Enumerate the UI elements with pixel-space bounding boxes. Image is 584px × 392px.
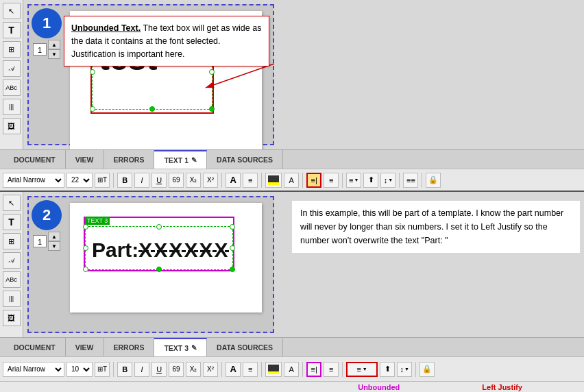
bold-btn-top[interactable]: B xyxy=(117,173,132,188)
page-control-top: 1 ▲ ▼ xyxy=(33,40,60,59)
tab-text3-bottom[interactable]: TEXT 3 ✎ xyxy=(154,338,207,356)
sep6-top xyxy=(399,173,400,188)
tab-datasources-bottom[interactable]: DATA SOURCES xyxy=(207,338,283,356)
font-size-select-bottom[interactable]: 10 xyxy=(66,362,93,377)
lock-btn-bottom[interactable]: 🔒 xyxy=(419,362,435,377)
tab-document-bottom[interactable]: DOCUMENT xyxy=(4,338,66,356)
page-number-top: 1 xyxy=(33,43,47,56)
handle-bl-b[interactable] xyxy=(83,224,88,230)
tool-pointer[interactable]: ↖ xyxy=(3,3,21,19)
color-fill-btn-bottom[interactable] xyxy=(265,362,282,377)
handle-br-b[interactable] xyxy=(230,267,235,272)
italic-btn-bottom[interactable]: I xyxy=(134,362,149,377)
tool-pointer-b[interactable]: ↖ xyxy=(3,195,21,211)
sep3-bottom xyxy=(261,362,262,377)
color-fill-btn-top[interactable] xyxy=(265,173,282,188)
page-up-top[interactable]: ▲ xyxy=(48,40,60,49)
page-panel-bottom: 2 1 ▲ ▼ xyxy=(32,200,62,251)
align-btn-bottom[interactable]: ≡ xyxy=(324,362,339,377)
align-left-btn-top[interactable]: ≡ xyxy=(324,173,339,188)
annotation-box-top: Unbounded Text. The text box will get as… xyxy=(64,16,269,66)
align-center-btn-top[interactable]: ≡| xyxy=(306,173,321,188)
part-text-bottom: Part: XXXXXX xyxy=(92,238,229,262)
unbounded-btn-bottom[interactable]: ≡| xyxy=(306,362,321,377)
tool-signature[interactable]: 𝒜 xyxy=(3,60,21,77)
tab-text1-top[interactable]: TEXT 1 ✎ xyxy=(154,150,207,169)
pencil-icon-top: ✎ xyxy=(191,156,197,164)
tool-image-b[interactable]: 🖼 xyxy=(3,310,21,326)
spacing-btn-bottom[interactable]: ≡ xyxy=(243,362,258,377)
handle-tr-b[interactable] xyxy=(230,224,235,230)
valign-dropdown-bottom[interactable]: ↕▼ xyxy=(397,362,412,377)
font-name-select-bottom[interactable]: Arial Narrow xyxy=(3,362,64,377)
left-justify-btn-bottom[interactable]: ≡ ▼ xyxy=(346,362,378,377)
spacing2-btn-top[interactable]: ≡≡ xyxy=(403,173,418,188)
tool-barcode[interactable]: ||| xyxy=(3,99,21,115)
tool-grid-b[interactable]: ⊞ xyxy=(3,233,21,249)
bold-btn-bottom[interactable]: B xyxy=(117,362,132,377)
color-bottom-b xyxy=(268,371,279,374)
valign-dropdown-top[interactable]: ↕▼ xyxy=(380,173,396,188)
dropdown-arrow-bottom: ▼ xyxy=(363,367,367,371)
spacing-btn-top[interactable]: ≡ xyxy=(243,173,258,188)
valign-btn-bottom[interactable]: ⬆ xyxy=(380,362,395,377)
text-frame-btn-top[interactable]: ⊞T xyxy=(95,173,110,188)
tracking-btn-bottom[interactable]: 69 xyxy=(169,362,184,377)
subscript-btn-top[interactable]: X₂ xyxy=(186,173,201,188)
handle-bl[interactable] xyxy=(90,106,95,112)
tool-grid[interactable]: ⊞ xyxy=(3,41,21,58)
handle-bm[interactable] xyxy=(149,106,155,112)
handle-mr-b[interactable] xyxy=(230,245,235,251)
page-down-top[interactable]: ▼ xyxy=(48,49,60,59)
left-align-icon: ≡ xyxy=(356,365,361,373)
font-name-select-top[interactable]: Arial Narrow xyxy=(3,173,64,188)
tab-view-bottom[interactable]: VIEW xyxy=(66,338,104,356)
handle-bm-b[interactable] xyxy=(156,267,162,272)
tab-document-top[interactable]: DOCUMENT xyxy=(4,150,66,169)
align-dropdown1-top[interactable]: ≡▼ xyxy=(346,173,361,188)
lock-btn-top[interactable]: 🔒 xyxy=(426,173,441,188)
text-box-label-bottom: TEXT 3 xyxy=(85,217,110,225)
font-color-btn-top[interactable]: A xyxy=(284,173,299,188)
text-box-bottom[interactable]: TEXT 3 Part: XXXXXX xyxy=(84,217,234,271)
fontsize-a-btn-bottom[interactable]: A xyxy=(226,362,241,377)
page-up-bottom[interactable]: ▲ xyxy=(48,232,60,241)
annotation-title-top: Unbounded Text. xyxy=(71,23,141,33)
subscript-btn-bottom[interactable]: X₂ xyxy=(186,362,201,377)
tab-errors-bottom[interactable]: ERRORS xyxy=(104,338,155,356)
superscript-btn-top[interactable]: X² xyxy=(203,173,218,188)
italic-btn-top[interactable]: I xyxy=(134,173,149,188)
handle-ml-b[interactable] xyxy=(83,245,88,251)
bottom-section: ↖ T ⊞ 𝒜 ABc ||| 🖼 2 1 ▲ ▼ xyxy=(0,192,584,392)
handle-tm-b[interactable] xyxy=(156,224,162,230)
tab-datasources-top[interactable]: DATA SOURCES xyxy=(207,150,283,169)
bottom-main-area: ↖ T ⊞ 𝒜 ABc ||| 🖼 2 1 ▲ ▼ xyxy=(0,192,584,337)
handle-tl-b[interactable] xyxy=(83,267,88,272)
svg-line-1 xyxy=(206,64,274,88)
tracking-btn-top[interactable]: 69 xyxy=(169,173,184,188)
part-value: XXXXXX xyxy=(138,238,229,262)
tab-view-top[interactable]: VIEW xyxy=(66,150,104,169)
text-frame-btn-bottom[interactable]: ⊞T xyxy=(95,362,110,377)
page-down-bottom[interactable]: ▼ xyxy=(48,241,60,251)
pencil-icon-bottom: ✎ xyxy=(191,344,197,352)
tool-signature-b[interactable]: 𝒜 xyxy=(3,252,21,269)
underline-btn-top[interactable]: U xyxy=(151,173,167,188)
font-color-btn-bottom[interactable]: A xyxy=(284,362,299,377)
tool-abc-b[interactable]: ABc xyxy=(3,271,21,288)
handle-br[interactable] xyxy=(209,106,215,112)
top-section: ↖ T ⊞ 𝒜 ABc ||| 🖼 1 1 ▲ ▼ xyxy=(0,0,584,192)
format-bar-top: Arial Narrow 22 ⊞T B I U 69 X₂ X² A ≡ A … xyxy=(0,169,584,191)
tool-abc[interactable]: ABc xyxy=(3,79,21,96)
tool-barcode-b[interactable]: ||| xyxy=(3,291,21,307)
tab-errors-top[interactable]: ERRORS xyxy=(104,150,155,169)
valign-btn-top[interactable]: ⬆ xyxy=(363,173,378,188)
superscript-btn-bottom[interactable]: X² xyxy=(203,362,218,377)
underline-btn-bottom[interactable]: U xyxy=(151,362,167,377)
tool-text[interactable]: T xyxy=(3,22,21,38)
handle-ml[interactable] xyxy=(90,69,95,75)
fontsize-a-btn-top[interactable]: A xyxy=(226,173,241,188)
tool-image[interactable]: 🖼 xyxy=(3,118,21,134)
tool-text-b[interactable]: T xyxy=(3,214,21,230)
font-size-select-top[interactable]: 22 xyxy=(66,173,93,188)
